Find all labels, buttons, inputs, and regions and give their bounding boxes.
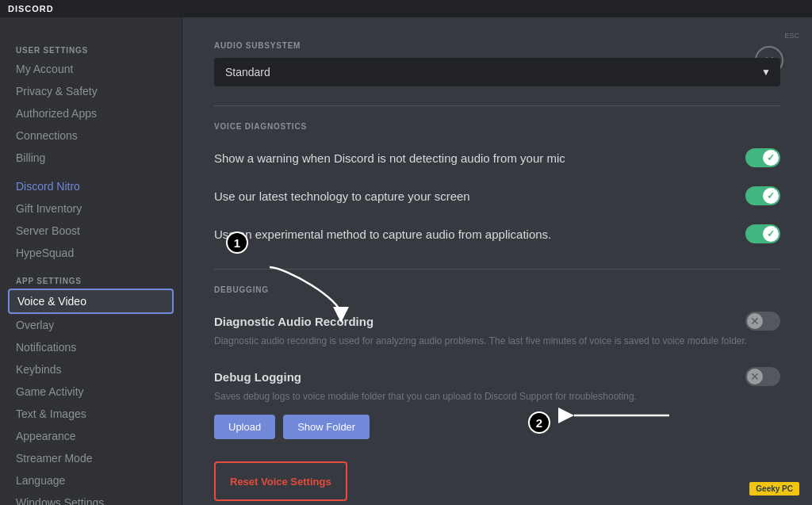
- voice-diagnostics-label: VOICE DIAGNOSTICS: [214, 122, 780, 131]
- sidebar-item-notifications[interactable]: Notifications: [8, 336, 174, 358]
- content-area: ✕ ESC AUDIO SUBSYSTEM Standard Legacy ▼ …: [182, 17, 812, 505]
- debug-logging-desc: Saves debug logs to voice module folder …: [214, 389, 780, 404]
- sidebar-item-text-images[interactable]: Text & Images: [8, 403, 174, 425]
- toggle-warn-no-mic-label: Show a warning when Discord is not detec…: [214, 151, 745, 165]
- toggle-knob-disabled-1: ✕: [747, 313, 763, 329]
- debug-title-logging: Debug Logging ✕: [214, 367, 780, 386]
- toggle-knob-disabled-2: ✕: [747, 369, 763, 384]
- debug-button-row: Upload Show Folder: [214, 415, 780, 439]
- sidebar-item-my-account[interactable]: My Account: [8, 58, 174, 80]
- app-settings-section-label: APP SETTINGS: [8, 269, 174, 289]
- toggle-latest-capture-label: Use our latest technology to capture you…: [214, 189, 745, 203]
- toggle-row-experimental-audio: Use an experimental method to capture au…: [214, 215, 780, 253]
- divider-2: [214, 269, 780, 270]
- sidebar-item-voice-video[interactable]: Voice & Video: [8, 289, 174, 314]
- audio-subsystem-select-wrapper: Standard Legacy ▼: [214, 58, 780, 86]
- sidebar-item-windows-settings[interactable]: Windows Settings: [8, 492, 174, 505]
- toggle-knob: ✓: [763, 150, 779, 166]
- sidebar-item-gift-inventory[interactable]: Gift Inventory: [8, 197, 174, 220]
- sidebar-item-streamer-mode[interactable]: Streamer Mode: [8, 447, 174, 469]
- toggle-warn-no-mic[interactable]: ✓: [745, 148, 780, 167]
- annotation-bubble-2: 2: [528, 411, 550, 434]
- close-area: ✕ ESC: [784, 30, 799, 40]
- toggle-diagnostic-audio[interactable]: ✕: [745, 312, 780, 331]
- toggle-knob-3: ✓: [763, 226, 779, 242]
- titlebar: DISCORD: [0, 0, 812, 17]
- x-icon-1: ✕: [750, 315, 760, 327]
- toggle-row-warn-no-mic: Show a warning when Discord is not detec…: [214, 139, 780, 177]
- audio-subsystem-label: AUDIO SUBSYSTEM: [214, 41, 780, 50]
- sidebar-item-billing[interactable]: Billing: [8, 147, 174, 169]
- close-label: ESC: [784, 32, 799, 40]
- debugging-label: DEBUGGING: [214, 285, 780, 294]
- toggle-knob-2: ✓: [763, 188, 779, 204]
- x-icon-2: ✕: [750, 370, 760, 383]
- upload-button[interactable]: Upload: [214, 415, 275, 439]
- sidebar-item-appearance[interactable]: Appearance: [8, 425, 174, 447]
- annotation-bubble-1: 1: [226, 231, 248, 254]
- debug-logging-title-text: Debug Logging: [214, 370, 301, 384]
- reset-voice-settings-button[interactable]: Reset Voice Settings: [230, 476, 331, 488]
- show-folder-button[interactable]: Show Folder: [283, 415, 370, 439]
- sidebar-item-language[interactable]: Language: [8, 469, 174, 492]
- toggle-experimental-audio[interactable]: ✓: [745, 224, 780, 243]
- sidebar-item-hypesquad[interactable]: HypeSquad: [8, 242, 174, 264]
- debug-diagnostic-desc: Diagnostic audio recording is used for a…: [214, 334, 780, 348]
- toggle-experimental-audio-label: Use an experimental method to capture au…: [214, 228, 745, 241]
- sidebar-item-keybinds[interactable]: Keybinds: [8, 358, 174, 381]
- main-layout: USER SETTINGS My Account Privacy & Safet…: [0, 17, 812, 505]
- toggle-check-icon: ✓: [767, 152, 775, 163]
- sidebar-item-connections[interactable]: Connections: [8, 124, 174, 147]
- audio-subsystem-select[interactable]: Standard Legacy: [214, 58, 780, 86]
- toggle-latest-capture[interactable]: ✓: [745, 186, 780, 205]
- debug-diagnostic-title-text: Diagnostic Audio Recording: [214, 315, 373, 328]
- sidebar-item-game-activity[interactable]: Game Activity: [8, 381, 174, 403]
- user-settings-section-label: USER SETTINGS: [8, 38, 174, 58]
- toggle-check-icon-3: ✓: [767, 228, 775, 239]
- reset-section: Reset Voice Settings: [214, 461, 347, 501]
- debug-row-logging: Debug Logging ✕ Saves debug logs to voic…: [214, 358, 780, 449]
- sidebar-item-privacy-safety[interactable]: Privacy & Safety: [8, 80, 174, 102]
- sidebar: USER SETTINGS My Account Privacy & Safet…: [0, 17, 182, 505]
- geeky-pc-badge: Geeky PC: [749, 482, 799, 495]
- sidebar-item-discord-nitro[interactable]: Discord Nitro: [8, 175, 174, 197]
- toggle-check-icon-2: ✓: [767, 190, 775, 201]
- sidebar-item-overlay[interactable]: Overlay: [8, 314, 174, 336]
- sidebar-item-authorized-apps[interactable]: Authorized Apps: [8, 102, 174, 124]
- sidebar-item-server-boost[interactable]: Server Boost: [8, 220, 174, 242]
- toggle-row-latest-capture: Use our latest technology to capture you…: [214, 177, 780, 215]
- debug-title-diagnostic: Diagnostic Audio Recording ✕: [214, 312, 780, 331]
- toggle-debug-logging[interactable]: ✕: [745, 367, 780, 386]
- divider-1: [214, 105, 780, 106]
- app-logo: DISCORD: [8, 4, 54, 13]
- debug-row-diagnostic: Diagnostic Audio Recording ✕ Diagnostic …: [214, 302, 780, 358]
